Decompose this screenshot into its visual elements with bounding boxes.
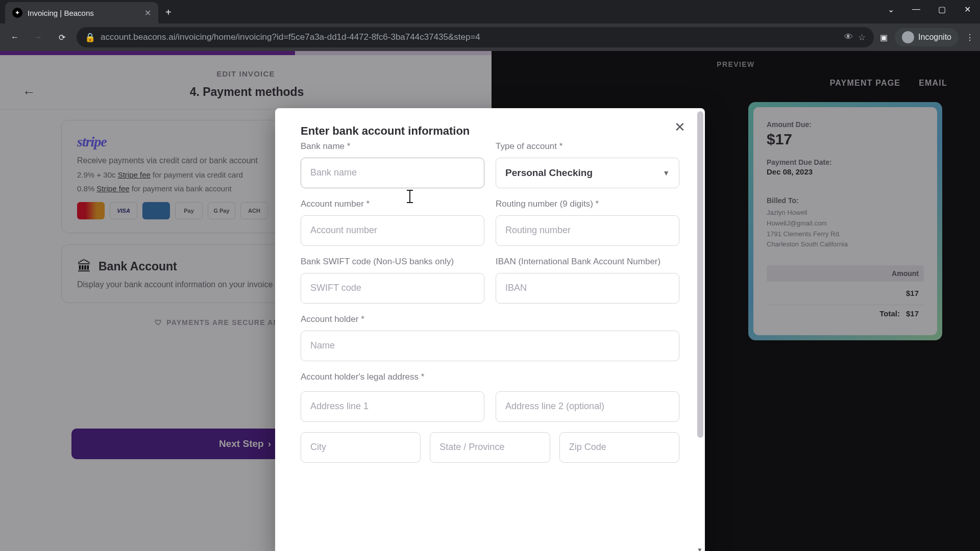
account-number-input[interactable]: [301, 215, 484, 246]
caret-down-icon: ▼: [663, 169, 670, 177]
menu-kebab-icon[interactable]: ⋮: [966, 33, 974, 42]
incognito-icon: [902, 31, 914, 43]
legal-address-label: Account holder's legal address *: [301, 371, 679, 383]
new-tab-button[interactable]: +: [158, 2, 179, 23]
nav-back-button[interactable]: ←: [6, 29, 23, 46]
incognito-label: Incognito: [918, 33, 951, 42]
account-type-value: Personal Checking: [505, 167, 593, 179]
routing-number-label: Routing number (9 digits) *: [496, 198, 679, 210]
window-close-button[interactable]: ✕: [954, 0, 980, 18]
account-type-select[interactable]: Personal Checking ▼: [496, 158, 679, 188]
iban-input[interactable]: [496, 273, 679, 304]
browser-chrome: ⌄ — ▢ ✕ ✦ Invoicing | Beacons ✕ + ← → ⟳ …: [0, 0, 980, 51]
scroll-thumb[interactable]: [697, 111, 703, 438]
window-minimize-button[interactable]: —: [903, 0, 929, 18]
address-bar[interactable]: 🔒 account.beacons.ai/invoicing/home/invo…: [77, 27, 874, 47]
state-input[interactable]: [430, 432, 550, 463]
bank-name-input[interactable]: [301, 158, 484, 188]
extensions-icon[interactable]: ▣: [880, 33, 888, 42]
iban-label: IBAN (International Bank Account Number): [496, 256, 679, 268]
account-number-label: Account number *: [301, 198, 484, 210]
favicon-icon: ✦: [12, 8, 22, 18]
account-type-label: Type of account *: [496, 141, 679, 153]
browser-tab[interactable]: ✦ Invoicing | Beacons ✕: [5, 2, 158, 23]
modal-title: Enter bank account information: [301, 124, 679, 138]
tab-title: Invoicing | Beacons: [28, 9, 139, 17]
bank-info-modal: ✕ Enter bank account information Bank na…: [275, 108, 705, 551]
address-line-1-input[interactable]: [301, 391, 484, 422]
zip-input[interactable]: [559, 432, 679, 463]
url-text: account.beacons.ai/invoicing/home/invoic…: [101, 32, 839, 42]
chevron-down-icon[interactable]: ⌄: [878, 0, 903, 18]
swift-code-input[interactable]: [301, 273, 484, 304]
nav-forward-button: →: [30, 29, 47, 46]
address-line-2-input[interactable]: [496, 391, 679, 422]
tab-close-icon[interactable]: ✕: [144, 8, 151, 18]
bookmark-star-icon[interactable]: ☆: [858, 32, 866, 43]
modal-scrollbar[interactable]: ▲ ▼: [697, 110, 704, 551]
nav-reload-button[interactable]: ⟳: [53, 29, 70, 46]
window-maximize-button[interactable]: ▢: [929, 0, 954, 18]
routing-number-input[interactable]: [496, 215, 679, 246]
account-holder-label: Account holder *: [301, 314, 679, 325]
app-viewport: EDIT INVOICE ← 4. Payment methods stripe…: [0, 51, 980, 551]
lock-icon: 🔒: [85, 32, 95, 43]
swift-code-label: Bank SWIFT code (Non-US banks only): [301, 256, 484, 268]
bank-name-label: Bank name *: [301, 141, 484, 153]
account-holder-input[interactable]: [301, 331, 679, 361]
scroll-down-arrow-icon[interactable]: ▼: [696, 546, 704, 551]
modal-close-button[interactable]: ✕: [674, 119, 685, 135]
city-input[interactable]: [301, 432, 421, 463]
eye-off-icon[interactable]: 👁: [844, 32, 853, 42]
incognito-badge[interactable]: Incognito: [895, 28, 959, 46]
